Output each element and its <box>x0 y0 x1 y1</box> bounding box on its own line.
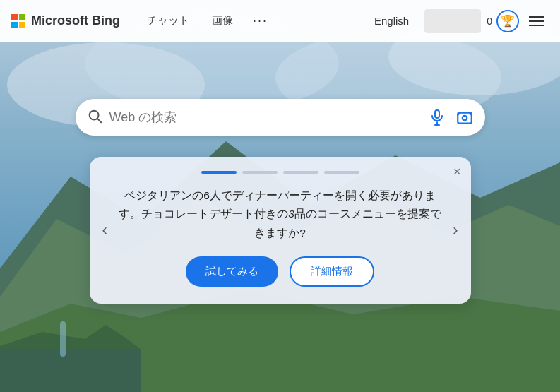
ms-logo-red <box>11 14 18 20</box>
dot-4 <box>324 171 359 174</box>
card-text-italic: 3 <box>288 208 294 220</box>
search-bar[interactable] <box>76 99 485 136</box>
main-content: × ‹ › ベジタリアンの6人でディナーパーティーを開く必要があります。チョコレ… <box>0 42 560 304</box>
card-close-button[interactable]: × <box>453 165 461 178</box>
nav-more-button[interactable]: ··· <box>246 8 275 34</box>
card-buttons: 試してみる 詳細情報 <box>118 256 443 287</box>
hamburger-menu-button[interactable] <box>525 12 549 30</box>
nav-chat[interactable]: チャット <box>137 8 199 33</box>
ms-logo-icon <box>11 14 25 28</box>
dot-1 <box>201 171 237 174</box>
search-icons <box>429 108 474 126</box>
nav-links: チャット 画像 ··· <box>137 8 275 34</box>
suggestion-card: × ‹ › ベジタリアンの6人でディナーパーティーを開く必要があります。チョコレ… <box>90 157 471 304</box>
progress-dots <box>118 171 443 174</box>
card-prev-button[interactable]: ‹ <box>97 215 113 245</box>
ms-logo-blue <box>11 22 18 28</box>
menu-line-1 <box>529 16 544 18</box>
svg-rect-14 <box>0 350 141 392</box>
signin-button[interactable] <box>424 9 481 33</box>
search-input[interactable] <box>109 110 429 125</box>
microphone-icon[interactable] <box>429 109 446 126</box>
navbar: Microsoft Bing チャット 画像 ··· English 0 🏆 <box>0 0 560 42</box>
detail-button[interactable]: 詳細情報 <box>290 256 374 287</box>
svg-point-22 <box>462 116 467 121</box>
ms-logo-yellow <box>19 22 25 28</box>
svg-rect-15 <box>60 321 66 357</box>
points-area: 0 🏆 <box>487 10 519 32</box>
dot-3 <box>283 171 318 174</box>
menu-line-2 <box>529 20 544 22</box>
nav-right: English 0 🏆 <box>364 9 549 33</box>
logo[interactable]: Microsoft Bing <box>11 13 120 28</box>
nav-image[interactable]: 画像 <box>202 8 243 33</box>
language-button[interactable]: English <box>364 11 419 31</box>
points-count: 0 <box>487 16 492 27</box>
svg-rect-18 <box>435 110 439 118</box>
card-body-text: ベジタリアンの6人でディナーパーティーを開く必要があります。チョコレートデザート… <box>118 186 443 242</box>
try-button[interactable]: 試してみる <box>186 256 278 287</box>
logo-text: Microsoft Bing <box>31 13 120 28</box>
svg-rect-21 <box>458 113 472 124</box>
dot-2 <box>242 171 278 174</box>
ms-logo-green <box>19 14 25 20</box>
svg-line-17 <box>97 119 101 122</box>
trophy-icon[interactable]: 🏆 <box>496 10 519 32</box>
camera-search-icon[interactable] <box>455 108 474 126</box>
search-icon <box>87 108 102 127</box>
card-next-button[interactable]: › <box>447 215 463 245</box>
menu-line-3 <box>529 25 544 26</box>
